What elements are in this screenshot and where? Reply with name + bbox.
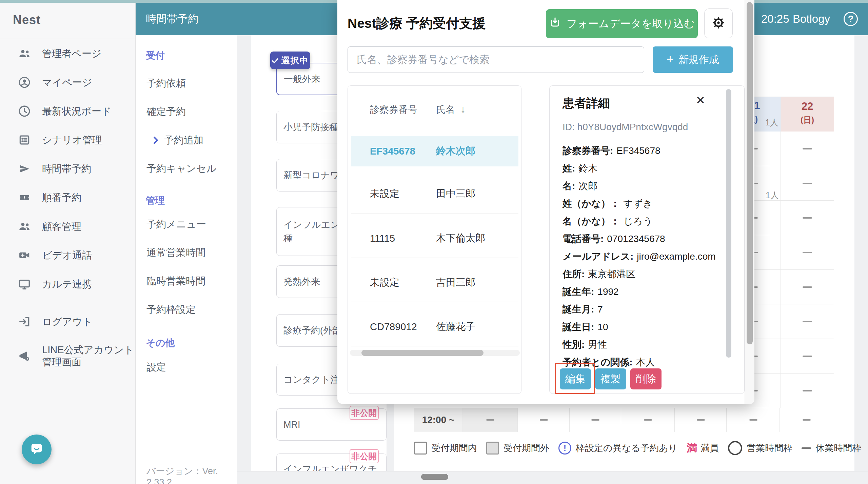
- calendar-cell: [781, 166, 834, 201]
- selected-badge: 選択中: [270, 52, 310, 69]
- patient-row-number[interactable]: CD789012: [370, 321, 417, 332]
- empty-dash-icon: [754, 183, 758, 184]
- timeslot-cell: [463, 408, 518, 432]
- settings-button[interactable]: [704, 8, 733, 38]
- empty-dash-icon: [803, 252, 812, 253]
- subnav-item[interactable]: 通常営業時間: [136, 239, 237, 267]
- calendar-cell: [781, 235, 834, 270]
- subnav-item[interactable]: 予約依頼: [136, 69, 237, 98]
- subnav-item[interactable]: 予約追加: [136, 126, 237, 155]
- list-horizontal-scrollbar-thumb[interactable]: [361, 350, 484, 356]
- sidebar-item-karte[interactable]: カルテ連携: [0, 269, 135, 298]
- sidebar-item-customers[interactable]: 顧客管理: [0, 212, 135, 241]
- subnav-item[interactable]: 予約キャンセル: [136, 155, 237, 183]
- sidebar-item-label: シナリオ管理: [42, 134, 102, 146]
- detail-scrollbar-thumb[interactable]: [726, 89, 731, 358]
- calendar-cell: [781, 201, 834, 235]
- gear-icon: [711, 16, 726, 31]
- sidebar-item-queue[interactable]: 順番予約: [0, 183, 135, 212]
- sidebar-item-label: 順番予約: [42, 191, 81, 204]
- calendar-day-label: 21: [754, 100, 760, 112]
- empty-dash-icon: [803, 217, 812, 219]
- patient-field: 誕生年:1992: [563, 283, 725, 301]
- sidebar-item-label: LINE公式アカウント管理画面: [42, 344, 134, 368]
- timeslot-cell: [780, 408, 833, 432]
- legend-closed: 休業時間枠: [815, 442, 861, 454]
- subnav-section-title: その他: [136, 335, 237, 351]
- sort-down-icon[interactable]: ↓: [460, 103, 466, 115]
- detail-scrollbar: [726, 89, 731, 358]
- patient-field: 姓:鈴木: [563, 160, 725, 177]
- sidebar: Nest 管理者ページマイページ最新状況ボードシナリオ管理時間帯予約順番予約顧客…: [0, 3, 136, 484]
- list-row-divider: [351, 258, 518, 258]
- megaphone-icon: [18, 349, 31, 363]
- help-icon[interactable]: ?: [844, 12, 858, 26]
- sidebar-item-mypage[interactable]: マイページ: [0, 68, 135, 97]
- subnav-item[interactable]: 予約メニュー: [136, 210, 237, 239]
- calendar-weekday-label: (土): [754, 114, 758, 125]
- delete-button[interactable]: 削除: [630, 368, 662, 389]
- sidebar-item-status-board[interactable]: 最新状況ボード: [0, 97, 135, 125]
- sidebar-item-logout[interactable]: ログアウト: [0, 307, 135, 336]
- sidebar-item-label: ビデオ通話: [42, 249, 92, 261]
- subnav-item[interactable]: 臨時営業時間: [136, 267, 237, 296]
- patient-field: 誕生月:7: [563, 301, 725, 318]
- patient-row-name[interactable]: 田中三郎: [436, 187, 475, 201]
- version-label: バージョン：Ver. 2.33.2: [146, 465, 237, 484]
- detail-title: 患者詳細: [563, 95, 610, 111]
- plus-icon: +: [667, 52, 674, 66]
- patient-row-number[interactable]: 11115: [370, 233, 395, 244]
- horizontal-scrollbar-thumb[interactable]: [421, 474, 448, 480]
- sidebar-item-video[interactable]: ビデオ通話: [0, 241, 135, 269]
- patient-field: 性別:男性: [563, 336, 725, 354]
- patient-row-name[interactable]: 鈴木次郎: [436, 144, 475, 158]
- subnav-item-label: 予約キャンセル: [146, 162, 216, 176]
- patient-row-number[interactable]: EF345678: [370, 146, 415, 157]
- patient-row-number[interactable]: 未設定: [370, 187, 399, 201]
- legend-warning: 枠設定の異なる予約あり: [576, 442, 677, 454]
- empty-dash-icon: [754, 217, 758, 219]
- subnav-item[interactable]: 予約枠設定: [136, 296, 237, 324]
- patient-field: 姓（かな）：すずき: [563, 195, 725, 213]
- patient-row-name[interactable]: 佐藤花子: [436, 320, 475, 334]
- calendar-cell: [781, 374, 834, 408]
- patient-search-input[interactable]: [348, 46, 644, 73]
- people-icon: [18, 220, 31, 233]
- warning-icon: !: [558, 442, 571, 455]
- reservation-support-modal: Nest診療 予約受付支援 フォームデータを取り込む: [337, 0, 754, 404]
- patient-row-name[interactable]: 吉田三郎: [436, 276, 475, 289]
- sidebar-footer-menu: ログアウトLINE公式アカウント管理画面: [0, 307, 135, 376]
- patient-field: 名（かな）：じろう: [563, 213, 725, 230]
- logout-icon: [18, 315, 31, 328]
- patient-field: 誕生日:10: [563, 318, 725, 336]
- sidebar-item-line-admin[interactable]: LINE公式アカウント管理画面: [0, 336, 135, 376]
- edit-button[interactable]: 編集: [560, 368, 591, 389]
- patient-row-name[interactable]: 木下倫太郎: [436, 231, 485, 245]
- duplicate-button[interactable]: 複製: [595, 368, 626, 389]
- import-form-data-button[interactable]: フォームデータを取り込む: [546, 9, 698, 38]
- sidebar-item-label: ログアウト: [42, 316, 92, 328]
- chat-fab-button[interactable]: [22, 435, 52, 464]
- empty-dash-icon: [803, 390, 812, 391]
- patient-field: メールアドレス:jiro@example.com: [563, 248, 725, 265]
- sidebar-item-timeslot[interactable]: 時間帯予約: [0, 154, 135, 183]
- subnav-item[interactable]: 設定: [136, 353, 237, 382]
- video-icon: [18, 248, 31, 262]
- timeslot-cell: [621, 408, 675, 432]
- subnav-item[interactable]: 確定予約: [136, 98, 237, 126]
- close-icon[interactable]: ×: [696, 93, 705, 107]
- sidebar-divider: [0, 302, 135, 302]
- modal-scrollbar-thumb[interactable]: [747, 2, 753, 344]
- closed-dash-icon: [802, 447, 811, 449]
- create-new-button[interactable]: + 新規作成: [653, 46, 733, 73]
- private-badge: 非公開: [350, 449, 379, 463]
- column-header-number: 診察券番号: [370, 103, 417, 116]
- sidebar-item-scenario[interactable]: シナリオ管理: [0, 125, 135, 154]
- calendar-cell: [754, 270, 781, 304]
- sidebar-item-admin[interactable]: 管理者ページ: [0, 39, 135, 68]
- patient-row-number[interactable]: 未設定: [370, 276, 399, 289]
- sidebar-item-label: 最新状況ボード: [42, 105, 111, 117]
- calendar-cell: [754, 201, 781, 235]
- empty-dash-icon: [803, 356, 812, 357]
- timeslot-cell: [570, 408, 621, 432]
